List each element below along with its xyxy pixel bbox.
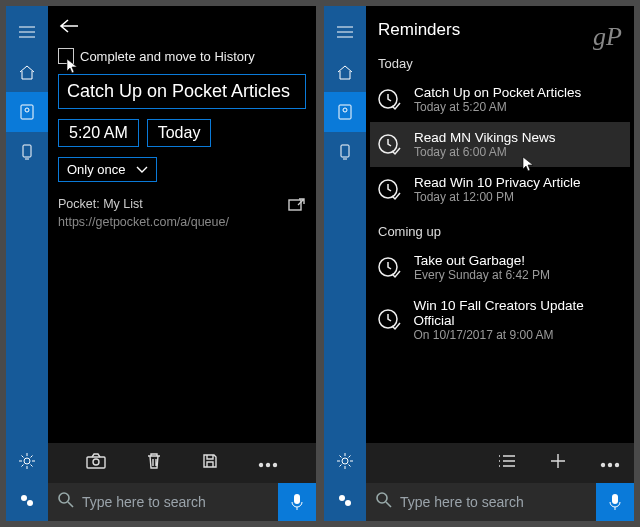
cursor-icon [66, 58, 78, 77]
svg-rect-16 [341, 145, 349, 157]
menu-icon[interactable] [324, 12, 366, 52]
home-icon[interactable] [6, 52, 48, 92]
reminder-item[interactable]: Catch Up on Pocket ArticlesToday at 5:20… [370, 77, 630, 122]
clock-check-icon [376, 307, 401, 333]
open-link-icon[interactable] [288, 196, 306, 218]
svg-point-28 [377, 493, 387, 503]
recurrence-dropdown[interactable]: Only once [58, 157, 157, 182]
list-icon[interactable] [498, 454, 516, 472]
reminder-item[interactable]: Take out Garbage!Every Sunday at 6:42 PM [370, 245, 630, 290]
feedback-icon[interactable] [6, 481, 48, 521]
complete-row[interactable]: Complete and move to History [58, 48, 306, 64]
section-coming: Coming up [376, 218, 624, 245]
left-panel: Complete and move to History Catch Up on… [6, 6, 316, 521]
svg-rect-6 [289, 200, 301, 210]
search-icon [376, 492, 392, 512]
more-icon[interactable] [258, 454, 278, 472]
clock-check-icon [376, 132, 402, 158]
right-toolbar [366, 443, 634, 483]
svg-point-4 [21, 495, 27, 501]
svg-point-9 [260, 464, 263, 467]
link-url: https://getpocket.com/a/queue/ [58, 214, 229, 232]
svg-point-26 [609, 464, 612, 467]
left-toolbar [48, 443, 316, 483]
right-content: gP Reminders Today Catch Up on Pocket Ar… [366, 6, 634, 521]
date-field[interactable]: Today [147, 119, 212, 147]
home-icon[interactable] [324, 52, 366, 92]
svg-point-17 [342, 458, 348, 464]
time-field[interactable]: 5:20 AM [58, 119, 139, 147]
reminder-title-input[interactable]: Catch Up on Pocket Articles [58, 74, 306, 109]
reminder-item[interactable]: Win 10 Fall Creators Update OfficialOn 1… [370, 290, 630, 350]
chevron-down-icon [136, 162, 148, 177]
svg-point-5 [27, 500, 33, 506]
recurrence-label: Only once [67, 162, 126, 177]
search-icon [58, 492, 74, 512]
mic-button[interactable] [278, 483, 316, 521]
svg-point-1 [25, 108, 29, 112]
save-icon[interactable] [202, 453, 218, 473]
notebook-icon[interactable] [324, 92, 366, 132]
svg-point-10 [267, 464, 270, 467]
notebook-icon[interactable] [6, 92, 48, 132]
right-searchbar[interactable]: Type here to search [366, 483, 634, 521]
add-icon[interactable] [550, 453, 566, 473]
search-placeholder: Type here to search [392, 494, 596, 510]
right-panel: gP Reminders Today Catch Up on Pocket Ar… [324, 6, 634, 521]
delete-icon[interactable] [146, 452, 162, 474]
reminder-item[interactable]: Read MN Vikings NewsToday at 6:00 AM [370, 122, 630, 167]
svg-point-27 [616, 464, 619, 467]
search-placeholder: Type here to search [74, 494, 278, 510]
svg-rect-13 [294, 494, 300, 504]
cursor-icon [522, 156, 534, 176]
svg-rect-2 [23, 145, 31, 157]
clock-check-icon [376, 177, 402, 203]
reminder-item[interactable]: Read Win 10 Privacy ArticleToday at 12:0… [370, 167, 630, 212]
svg-point-11 [274, 464, 277, 467]
right-sidebar [324, 6, 366, 521]
settings-icon[interactable] [6, 441, 48, 481]
device-icon[interactable] [324, 132, 366, 172]
left-content: Complete and move to History Catch Up on… [48, 6, 316, 521]
page-title: Reminders [376, 14, 624, 50]
svg-point-3 [24, 458, 30, 464]
more-icon[interactable] [600, 454, 620, 472]
section-today: Today [376, 50, 624, 77]
mic-button[interactable] [596, 483, 634, 521]
svg-point-18 [339, 495, 345, 501]
back-icon[interactable] [58, 18, 80, 38]
clock-check-icon [376, 255, 402, 281]
feedback-icon[interactable] [324, 481, 366, 521]
svg-rect-29 [612, 494, 618, 504]
attached-link[interactable]: Pocket: My List https://getpocket.com/a/… [58, 196, 306, 231]
camera-icon[interactable] [86, 453, 106, 473]
svg-point-12 [59, 493, 69, 503]
link-title: Pocket: My List [58, 196, 229, 214]
menu-icon[interactable] [6, 12, 48, 52]
device-icon[interactable] [6, 132, 48, 172]
svg-point-19 [345, 500, 351, 506]
left-searchbar[interactable]: Type here to search [48, 483, 316, 521]
svg-point-15 [343, 108, 347, 112]
complete-label: Complete and move to History [80, 49, 255, 64]
clock-check-icon [376, 87, 402, 113]
svg-point-25 [602, 464, 605, 467]
settings-icon[interactable] [324, 441, 366, 481]
svg-point-8 [93, 459, 99, 465]
left-sidebar [6, 6, 48, 521]
